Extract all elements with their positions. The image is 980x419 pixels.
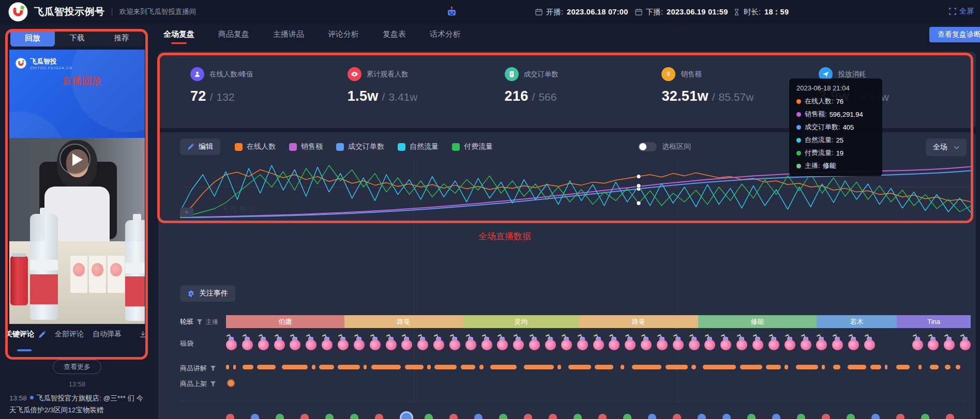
explain-track[interactable] bbox=[226, 365, 971, 370]
explain-segment[interactable] bbox=[703, 365, 736, 369]
event-dot[interactable] bbox=[698, 414, 706, 419]
event-dot[interactable] bbox=[598, 414, 607, 419]
luckybag-icon[interactable] bbox=[481, 340, 492, 350]
explain-segment[interactable] bbox=[956, 365, 960, 369]
event-dot[interactable] bbox=[772, 414, 780, 419]
event-dot[interactable] bbox=[648, 414, 656, 419]
luckybag-icon[interactable] bbox=[816, 340, 827, 350]
event-dot[interactable] bbox=[797, 414, 805, 419]
tab-1[interactable]: 全场复盘 bbox=[163, 24, 194, 44]
luckybag-icon[interactable] bbox=[641, 340, 652, 350]
luckybag-icon[interactable] bbox=[354, 340, 365, 350]
explain-segment[interactable] bbox=[364, 365, 367, 369]
luckybag-icon[interactable] bbox=[720, 340, 731, 350]
legend-item-1[interactable]: 在线人数 bbox=[235, 142, 276, 151]
luckybag-icon[interactable] bbox=[545, 340, 556, 350]
view-more-button[interactable]: 查看更多 bbox=[53, 360, 101, 374]
event-dot[interactable] bbox=[847, 414, 855, 419]
explain-segment[interactable] bbox=[434, 365, 457, 369]
luckybag-icon[interactable] bbox=[226, 340, 237, 350]
explain-segment[interactable] bbox=[405, 365, 424, 369]
event-dot[interactable] bbox=[623, 414, 631, 419]
legend-item-3[interactable]: 成交订单数 bbox=[336, 142, 384, 151]
explain-segment[interactable] bbox=[243, 365, 254, 369]
event-dot[interactable] bbox=[673, 414, 681, 419]
event-dot[interactable] bbox=[276, 414, 284, 419]
explain-segment[interactable] bbox=[632, 365, 662, 369]
fullscreen-button[interactable]: 全屏 bbox=[949, 7, 974, 16]
explain-segment[interactable] bbox=[766, 365, 781, 369]
edit-metrics-button[interactable]: 编辑 bbox=[180, 138, 220, 155]
event-dot[interactable] bbox=[747, 414, 756, 419]
legend-item-2[interactable]: 销售额 bbox=[289, 142, 323, 151]
event-dot[interactable] bbox=[896, 414, 904, 419]
diagnose-button[interactable]: 查看复盘诊断 bbox=[929, 27, 980, 42]
event-dot[interactable] bbox=[375, 414, 383, 419]
edit-comment-icon[interactable] bbox=[38, 331, 46, 338]
event-dot[interactable] bbox=[251, 414, 259, 419]
comment-tab-3[interactable]: 自动弹幕 bbox=[93, 330, 122, 339]
explain-segment[interactable] bbox=[319, 365, 334, 369]
roster-segment-灵均[interactable]: 灵均 bbox=[463, 315, 579, 328]
roster-segment-路曼[interactable]: 路曼 bbox=[579, 315, 698, 328]
event-dot[interactable] bbox=[226, 414, 234, 419]
play-button[interactable] bbox=[59, 144, 91, 175]
luckybag-icon[interactable] bbox=[657, 340, 668, 350]
tab-5[interactable]: 复盘表 bbox=[383, 24, 406, 44]
event-dot[interactable] bbox=[300, 414, 309, 419]
explain-segment[interactable] bbox=[461, 365, 476, 369]
explain-segment[interactable] bbox=[233, 365, 235, 369]
luckybag-icon[interactable] bbox=[306, 340, 316, 350]
explain-segment[interactable] bbox=[282, 365, 308, 369]
legend-item-5[interactable]: 付费流量 bbox=[452, 142, 493, 151]
explain-segment[interactable] bbox=[930, 365, 939, 369]
luckybag-icon[interactable] bbox=[386, 340, 397, 350]
explain-segment[interactable] bbox=[785, 365, 788, 369]
event-dot[interactable] bbox=[425, 414, 433, 419]
luckybag-icon[interactable] bbox=[960, 340, 971, 350]
tab-4[interactable]: 评论分析 bbox=[328, 24, 359, 44]
explain-segment[interactable] bbox=[945, 365, 951, 369]
luckybag-icon[interactable] bbox=[736, 340, 747, 350]
anchor-roster-bar[interactable]: 伯庸路曼灵均路曼修能若木Tina bbox=[226, 315, 971, 328]
luckybag-icon[interactable] bbox=[785, 340, 795, 350]
explain-segment[interactable] bbox=[490, 365, 516, 369]
explain-segment[interactable] bbox=[691, 365, 696, 369]
luckybag-icon[interactable] bbox=[370, 340, 381, 350]
luckybag-icon[interactable] bbox=[290, 340, 300, 350]
event-dot[interactable] bbox=[499, 414, 507, 419]
luckybag-icon[interactable] bbox=[242, 340, 253, 350]
explain-segment[interactable] bbox=[896, 365, 910, 369]
luckybag-icon[interactable] bbox=[912, 340, 923, 350]
luckybag-icon[interactable] bbox=[561, 340, 572, 350]
download-comments-icon[interactable] bbox=[139, 331, 147, 338]
luckybag-icon[interactable] bbox=[433, 340, 444, 350]
luckybag-icon[interactable] bbox=[258, 340, 269, 350]
roster-segment-路曼[interactable]: 路曼 bbox=[344, 315, 463, 328]
explain-segment[interactable] bbox=[257, 365, 276, 369]
roster-segment-伯庸[interactable]: 伯庸 bbox=[226, 315, 344, 328]
legend-item-4[interactable]: 自然流量 bbox=[398, 142, 439, 151]
explain-segment[interactable] bbox=[524, 365, 554, 369]
roster-segment-Tina[interactable]: Tina bbox=[897, 315, 971, 328]
luckybag-icon[interactable] bbox=[609, 340, 620, 350]
explain-segment[interactable] bbox=[918, 365, 922, 369]
explain-segment[interactable] bbox=[885, 365, 887, 369]
event-dot[interactable] bbox=[400, 411, 413, 419]
scope-dropdown[interactable]: 全场 bbox=[926, 138, 967, 156]
chart-brush-handle[interactable]: ≈ bbox=[180, 208, 193, 217]
luckybag-icon[interactable] bbox=[322, 340, 333, 350]
explain-segment[interactable] bbox=[848, 365, 866, 369]
explain-segment[interactable] bbox=[870, 365, 882, 369]
luckybag-icon[interactable] bbox=[577, 340, 588, 350]
luckybag-icon[interactable] bbox=[768, 340, 779, 350]
luckybag-icon[interactable] bbox=[848, 340, 859, 350]
explain-segment[interactable] bbox=[740, 365, 762, 369]
follow-events-button[interactable]: 关注事件 bbox=[180, 285, 235, 302]
luckybag-icon[interactable] bbox=[417, 340, 428, 350]
shelf-marker[interactable] bbox=[227, 379, 235, 387]
event-dot[interactable] bbox=[946, 414, 954, 419]
explain-segment[interactable] bbox=[833, 365, 840, 369]
roster-segment-若木[interactable]: 若木 bbox=[817, 315, 897, 328]
comment-tab-2[interactable]: 全部评论 bbox=[55, 330, 84, 339]
